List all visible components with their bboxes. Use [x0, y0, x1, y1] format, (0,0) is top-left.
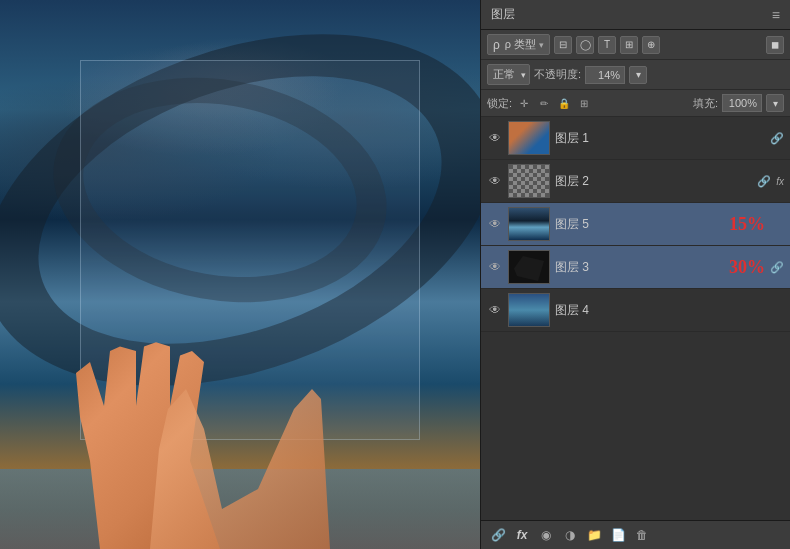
panel-menu-icon[interactable]: ≡: [772, 7, 780, 23]
opacity-label: 不透明度:: [534, 67, 581, 82]
blend-mode-dropdown[interactable]: 正常: [487, 64, 530, 85]
type-filter-dropdown[interactable]: ρ ρ 类型 ▾: [487, 34, 550, 55]
fill-label: 填充:: [693, 96, 718, 111]
lock-fill-row: 锁定: ✛ ✏ 🔒 ⊞ 填充: ▾: [481, 90, 790, 117]
delete-layer-icon[interactable]: 🗑: [633, 526, 651, 544]
fill-input[interactable]: [722, 94, 762, 112]
canvas-area: [0, 0, 480, 549]
group-icon[interactable]: 📁: [585, 526, 603, 544]
layer-2-visibility[interactable]: 👁: [487, 173, 503, 189]
layer-item-1[interactable]: 👁 图层 1 🔗: [481, 117, 790, 160]
new-layer-icon[interactable]: 📄: [609, 526, 627, 544]
filter-icon-5[interactable]: ⊕: [642, 36, 660, 54]
opacity-arrow-icon[interactable]: ▾: [629, 66, 647, 84]
layer-item-3[interactable]: 👁 图层 3 30% 🔗: [481, 246, 790, 289]
layers-list: 👁 图层 1 🔗 👁 图层 2 🔗 fx 👁 图层 5 15%: [481, 117, 790, 520]
search-row: ρ ρ 类型 ▾ ⊟ ◯ T ⊞ ⊕ ◼: [481, 30, 790, 60]
layer-5-thumb: [508, 207, 550, 241]
filter-icon-2[interactable]: ◯: [576, 36, 594, 54]
fx-icon[interactable]: fx: [513, 526, 531, 544]
layer-item-5[interactable]: 👁 图层 5 15%: [481, 203, 790, 246]
blend-opacity-row: 正常 不透明度: ▾: [481, 60, 790, 90]
lock-label: 锁定:: [487, 96, 512, 111]
lock-draw-icon[interactable]: ✏: [536, 95, 552, 111]
filter-toggle[interactable]: ◼: [766, 36, 784, 54]
layer-4-name: 图层 4: [555, 302, 784, 319]
layer-3-visibility[interactable]: 👁: [487, 259, 503, 275]
panel-footer: 🔗 fx ◉ ◑ 📁 📄 🗑: [481, 520, 790, 549]
adjustment-icon[interactable]: ◑: [561, 526, 579, 544]
layer-item-2[interactable]: 👁 图层 2 🔗 fx: [481, 160, 790, 203]
panel-header: 图层 ≡: [481, 0, 790, 30]
opacity-input[interactable]: [585, 66, 625, 84]
lock-color-icon[interactable]: 🔒: [556, 95, 572, 111]
add-mask-icon[interactable]: ◉: [537, 526, 555, 544]
dropdown-arrow-icon: ▾: [539, 40, 544, 50]
fill-arrow-icon[interactable]: ▾: [766, 94, 784, 112]
layer-2-link-icon: 🔗: [757, 175, 771, 188]
filter-icon-3[interactable]: T: [598, 36, 616, 54]
filter-icon-4[interactable]: ⊞: [620, 36, 638, 54]
layer-5-name: 图层 5: [555, 216, 784, 233]
layer-2-fx-icon: fx: [776, 176, 784, 187]
blend-mode-label: 正常: [493, 67, 515, 82]
layer-3-link-icon: 🔗: [770, 261, 784, 274]
layer-item-4[interactable]: 👁 图层 4: [481, 289, 790, 332]
layer-3-name: 图层 3: [555, 259, 765, 276]
lock-all-icon[interactable]: ⊞: [576, 95, 592, 111]
layer-5-visibility[interactable]: 👁: [487, 216, 503, 232]
type-filter-label: ρ 类型: [505, 37, 536, 52]
lock-move-icon[interactable]: ✛: [516, 95, 532, 111]
panels-area: 图层 ≡ ρ ρ 类型 ▾ ⊟ ◯ T ⊞ ⊕ ◼ 正常 不透明度: ▾ 锁定:…: [480, 0, 790, 549]
canvas-image: [0, 0, 480, 549]
panel-title: 图层: [491, 6, 515, 23]
layer-1-visibility[interactable]: 👁: [487, 130, 503, 146]
layer-1-name: 图层 1: [555, 130, 765, 147]
link-layers-icon[interactable]: 🔗: [489, 526, 507, 544]
filter-icon-1[interactable]: ⊟: [554, 36, 572, 54]
layer-4-visibility[interactable]: 👁: [487, 302, 503, 318]
layer-1-link-icon: 🔗: [770, 132, 784, 145]
layer-4-thumb: [508, 293, 550, 327]
layer-3-thumb: [508, 250, 550, 284]
layer-2-name: 图层 2: [555, 173, 752, 190]
layer-1-thumb: [508, 121, 550, 155]
search-icon: ρ: [493, 38, 500, 52]
layer-2-thumb: [508, 164, 550, 198]
